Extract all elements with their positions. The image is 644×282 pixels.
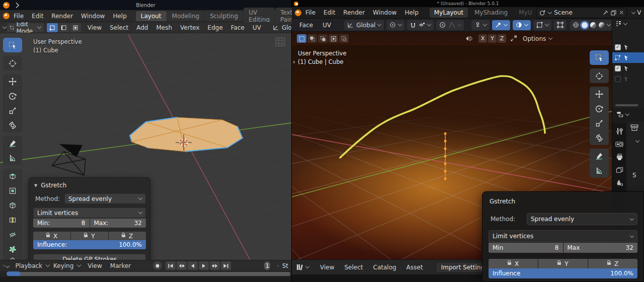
unlock-icon[interactable] (46, 235, 50, 237)
checkbox-checked-icon[interactable]: ✓ (615, 65, 621, 72)
outliner-row[interactable]: ✓ (612, 63, 644, 74)
navigation-gizmo-toggle[interactable] (492, 20, 510, 30)
method-dropdown[interactable]: Spread evenly (527, 213, 637, 225)
stopwatch-icon[interactable] (277, 262, 279, 269)
gstretch-panel-header[interactable]: ▼ Gstretch (34, 182, 146, 189)
menu-help[interactable]: Help (400, 9, 422, 16)
menu-face[interactable]: Face (296, 22, 316, 29)
menu-render[interactable]: Render (339, 9, 369, 16)
asset-browser-icon[interactable] (296, 263, 304, 271)
face-select-button[interactable] (70, 23, 81, 32)
tool-annotate[interactable] (590, 149, 609, 163)
tool-poly-build[interactable] (3, 242, 22, 256)
view-layer-tab-icon[interactable] (616, 167, 623, 173)
axis-y-toggle[interactable]: Y (71, 232, 108, 240)
tool-annotate[interactable] (3, 136, 22, 151)
min-field[interactable]: Min 8 (489, 243, 563, 253)
asset-view-menu[interactable]: View (316, 264, 338, 271)
mode-dropdown[interactable]: Edit Mode (7, 23, 44, 32)
menu-edit[interactable]: Edit (319, 9, 339, 16)
orientation-dropdown[interactable]: Global (270, 23, 291, 32)
tool-scale[interactable] (590, 116, 609, 130)
menu-view[interactable]: View (84, 24, 105, 31)
xray-toggle[interactable] (533, 20, 551, 30)
menu-select[interactable]: Select (106, 24, 132, 31)
selectable-arrow-icon[interactable] (623, 55, 629, 60)
rendered-shading-icon[interactable] (599, 22, 605, 28)
options-dropdown[interactable]: Options (523, 35, 552, 42)
select-subtract-button[interactable] (318, 34, 328, 43)
checkbox-empty-icon[interactable] (615, 76, 621, 82)
new-copy-icon[interactable] (611, 10, 616, 16)
tab-myshading[interactable]: MyShading (470, 8, 512, 18)
play-button[interactable] (199, 261, 209, 270)
select-intersect-button[interactable] (339, 34, 349, 43)
tab-partial[interactable]: MyU (514, 8, 535, 18)
unlink-icon[interactable]: ✕ (619, 9, 624, 16)
blender-menu-icon[interactable] (295, 10, 301, 16)
menu-uv[interactable]: UV (249, 24, 265, 31)
output-tab-icon[interactable] (616, 154, 623, 161)
menu-file[interactable]: File (10, 13, 28, 20)
menu-help[interactable]: Help (109, 13, 130, 20)
edge-select-button[interactable] (58, 23, 69, 32)
selectable-arrow-icon[interactable] (623, 44, 629, 50)
overlays-toggle[interactable] (513, 20, 531, 30)
tool-rotate[interactable] (3, 89, 22, 103)
asset-asset-menu[interactable]: Asset (403, 264, 427, 271)
outliner-row[interactable]: ✓ (612, 42, 644, 52)
prev-keyframe-button[interactable] (177, 261, 187, 270)
camera-object[interactable] (52, 144, 86, 175)
mirror-z-button[interactable]: Z (498, 34, 506, 43)
toolbar-collapse-arrow[interactable]: › (293, 58, 295, 65)
mirror-y-button[interactable]: Y (488, 34, 497, 43)
axis-y-toggle[interactable]: Y (538, 259, 588, 268)
blender-menu-icon[interactable] (3, 13, 10, 19)
tool-tab-icon[interactable] (616, 127, 623, 135)
unlock-icon[interactable] (557, 262, 561, 265)
tab-modeling[interactable]: Modeling (167, 11, 205, 21)
mirror-x-button[interactable]: X (478, 34, 487, 43)
menu-mesh[interactable]: Mesh (152, 24, 176, 31)
axis-z-toggle[interactable]: Z (588, 259, 637, 268)
max-field[interactable]: Max 32 (564, 243, 638, 253)
timeline-view-menu[interactable]: View (84, 262, 106, 269)
tool-move[interactable] (3, 74, 22, 89)
tool-extrude[interactable] (3, 169, 22, 183)
select-invert-button[interactable] (329, 34, 338, 43)
record-button[interactable] (153, 261, 162, 270)
axis-x-toggle[interactable]: X (33, 232, 70, 240)
tool-bevel[interactable] (3, 198, 22, 213)
outliner-row-selected[interactable] (612, 52, 644, 63)
delete-gp-strokes-button[interactable]: Delete GP Strokes (33, 254, 146, 260)
menu-window[interactable]: Window (369, 9, 400, 16)
tab-mylayout[interactable]: MyLayout (430, 8, 468, 18)
asset-select-menu[interactable]: Select (340, 264, 367, 271)
axis-z-toggle[interactable]: Z (109, 232, 146, 240)
scene-tab-icon[interactable] (616, 179, 623, 186)
overlay-grid-icon[interactable] (276, 38, 285, 46)
limit-vertices-dropdown[interactable]: Limit vertices (33, 207, 146, 218)
unlock-icon[interactable] (607, 262, 611, 265)
tab-sculpting[interactable]: Sculpting (205, 11, 243, 21)
tool-loop-cut[interactable] (3, 213, 22, 227)
scene-selector[interactable]: Scene ✕ (536, 8, 627, 18)
timeline-marker-menu[interactable]: Marker (106, 262, 135, 269)
render-tab-icon[interactable] (615, 141, 623, 148)
menu-face[interactable]: Face (227, 24, 248, 31)
menu-render[interactable]: Render (47, 13, 77, 20)
select-set-button[interactable] (297, 34, 306, 43)
limit-vertices-dropdown[interactable]: Limit vertices (489, 230, 637, 242)
min-field[interactable]: Min: 8 (33, 219, 90, 228)
menu-edit[interactable]: Edit (28, 13, 47, 20)
collapse-caret-icon[interactable]: ▼ (34, 183, 37, 188)
show-gizmo-dropdown[interactable] (471, 20, 490, 30)
checkbox-checked-icon[interactable]: ✓ (615, 44, 621, 50)
tool-partial[interactable] (3, 256, 22, 260)
unlock-icon[interactable] (84, 235, 88, 237)
tool-measure[interactable] (3, 151, 22, 165)
pin-icon[interactable] (603, 10, 608, 16)
jump-to-end-button[interactable] (221, 261, 231, 270)
next-keyframe-button[interactable] (210, 261, 220, 270)
play-reverse-button[interactable] (188, 261, 198, 270)
